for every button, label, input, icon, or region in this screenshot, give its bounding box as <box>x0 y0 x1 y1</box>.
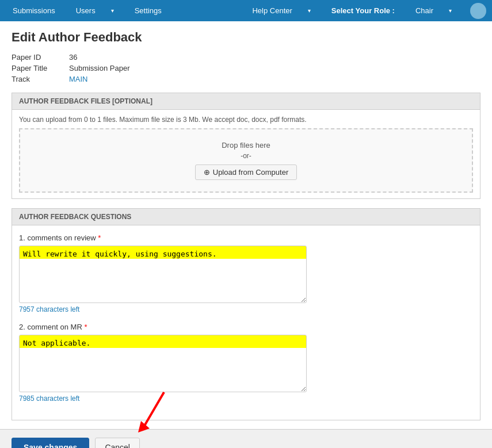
meta-table: Paper ID 36 Paper Title Submission Paper… <box>12 53 480 83</box>
question-2-section: 2. comment on MR * <span class="highligh… <box>19 323 473 403</box>
avatar <box>470 3 486 19</box>
drop-files-text: Drop files here <box>32 141 460 150</box>
or-text: -or- <box>32 152 460 160</box>
role-caret-icon: ▾ <box>442 7 459 14</box>
save-changes-button[interactable]: Save changes <box>12 438 89 448</box>
meta-row-paper-title: Paper Title Submission Paper <box>12 64 480 72</box>
paper-id-value: 36 <box>69 53 77 62</box>
page-content: Edit Author Feedback Paper ID 36 Paper T… <box>0 21 492 429</box>
question-1-label: 1. comments on review * <box>19 233 473 242</box>
cancel-button[interactable]: Cancel <box>95 438 140 448</box>
question-1-textarea[interactable]: <span class="highlight-text">Will rewrit… <box>19 246 307 303</box>
q1-required-mark: * <box>98 233 101 242</box>
q2-chars-left: 7985 characters left <box>19 395 473 403</box>
nav-role-dropdown[interactable]: Chair ▾ <box>402 6 466 15</box>
questions-section-body: 1. comments on review * <span class="hig… <box>12 225 480 420</box>
q1-chars-left: 7957 characters left <box>19 305 473 313</box>
page-title: Edit Author Feedback <box>12 30 480 45</box>
meta-row-track: Track MAIN <box>12 75 480 83</box>
bottom-bar: Save changes Cancel <box>0 429 492 448</box>
nav-settings[interactable]: Settings <box>128 6 169 15</box>
track-label: Track <box>12 75 69 83</box>
nav-submissions[interactable]: Submissions <box>6 6 62 15</box>
question-2-label: 2. comment on MR * <box>19 323 473 331</box>
question-2-textarea[interactable]: <span class="highlight-text">Not applica… <box>19 335 307 392</box>
track-value[interactable]: MAIN <box>69 75 88 83</box>
top-navigation: Submissions Users ▾ Settings Help Center… <box>0 0 492 21</box>
paper-title-value: Submission Paper <box>69 64 130 72</box>
meta-row-paper-id: Paper ID 36 <box>12 53 480 62</box>
question-1-section: 1. comments on review * <span class="hig… <box>19 233 473 313</box>
users-caret-icon: ▾ <box>104 7 121 14</box>
drop-zone[interactable]: Drop files here -or- ⊕ Upload from Compu… <box>19 128 473 193</box>
select-role-label: Select Your Role : <box>325 6 402 15</box>
plus-circle-icon: ⊕ <box>204 168 210 177</box>
files-section-header: AUTHOR FEEDBACK FILES [OPTIONAL] <box>12 93 480 110</box>
q2-required-mark: * <box>84 323 87 331</box>
paper-id-label: Paper ID <box>12 53 69 62</box>
paper-title-label: Paper Title <box>12 64 69 72</box>
upload-info: You can upload from 0 to 1 files. Maximu… <box>19 116 473 124</box>
help-caret-icon: ▾ <box>301 7 318 14</box>
upload-from-computer-button[interactable]: ⊕ Upload from Computer <box>195 164 298 180</box>
nav-help-center-dropdown[interactable]: Help Center ▾ <box>238 6 324 15</box>
files-section-body: You can upload from 0 to 1 files. Maximu… <box>12 110 480 199</box>
questions-section-header: AUTHOR FEEDBACK QUESTIONS <box>12 208 480 225</box>
nav-users-dropdown[interactable]: Users ▾ <box>62 6 128 15</box>
